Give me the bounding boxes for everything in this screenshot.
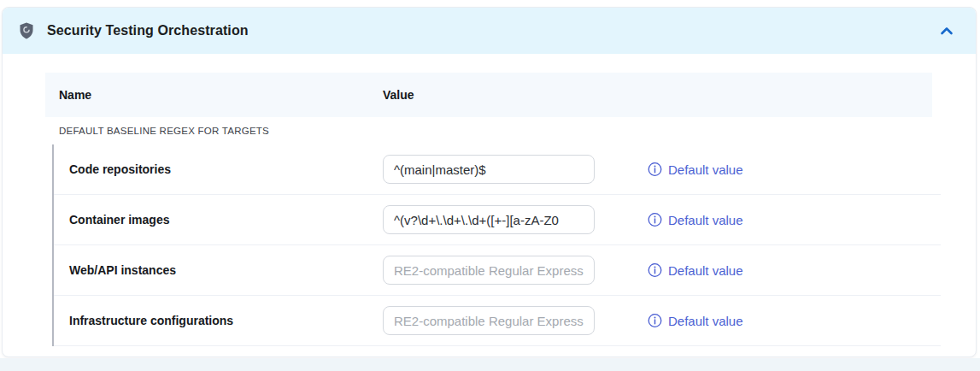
regex-input-infrastructure-configurations[interactable] — [383, 306, 595, 335]
section-label: DEFAULT BASELINE REGEX FOR TARGETS — [59, 126, 269, 136]
security-testing-orchestration-panel: Security Testing Orchestration Name Valu… — [2, 7, 977, 357]
section-header: DEFAULT BASELINE REGEX FOR TARGETS — [3, 117, 976, 144]
default-value-label: Default value — [668, 213, 743, 227]
table-row-container-images: Container images Default value — [54, 195, 941, 245]
column-header-name: Name — [59, 88, 91, 102]
info-icon — [648, 314, 662, 328]
chevron-up-icon[interactable] — [940, 26, 954, 36]
panel-title: Security Testing Orchestration — [47, 23, 249, 38]
info-icon — [648, 263, 662, 278]
default-value-label: Default value — [668, 263, 743, 278]
settings-rows: Code repositories Default value Containe… — [52, 144, 941, 346]
regex-input-container-images[interactable] — [383, 205, 595, 234]
default-value-label: Default value — [668, 314, 743, 328]
info-icon — [648, 213, 662, 227]
default-value-link[interactable]: Default value — [648, 263, 743, 278]
row-label: Web/API instances — [54, 263, 176, 277]
page-background — [0, 358, 980, 371]
row-label: Container images — [54, 213, 169, 227]
default-value-link[interactable]: Default value — [648, 213, 743, 227]
regex-input-code-repositories[interactable] — [383, 155, 595, 184]
shield-scan-icon — [19, 22, 34, 39]
regex-input-web-api-instances[interactable] — [383, 256, 595, 285]
info-icon — [648, 162, 662, 177]
table-row-web-api-instances: Web/API instances Default value — [54, 245, 941, 296]
table-row-infrastructure-configurations: Infrastructure configurations Default va… — [54, 296, 941, 346]
column-header-value: Value — [383, 88, 414, 102]
panel-header[interactable]: Security Testing Orchestration — [3, 8, 976, 54]
row-label: Infrastructure configurations — [54, 314, 233, 327]
table-header-row: Name Value — [45, 73, 932, 117]
default-value-link[interactable]: Default value — [648, 162, 743, 177]
table-row-code-repositories: Code repositories Default value — [54, 144, 941, 195]
default-value-link[interactable]: Default value — [648, 314, 743, 328]
default-value-label: Default value — [668, 162, 743, 177]
row-label: Code repositories — [54, 162, 171, 176]
